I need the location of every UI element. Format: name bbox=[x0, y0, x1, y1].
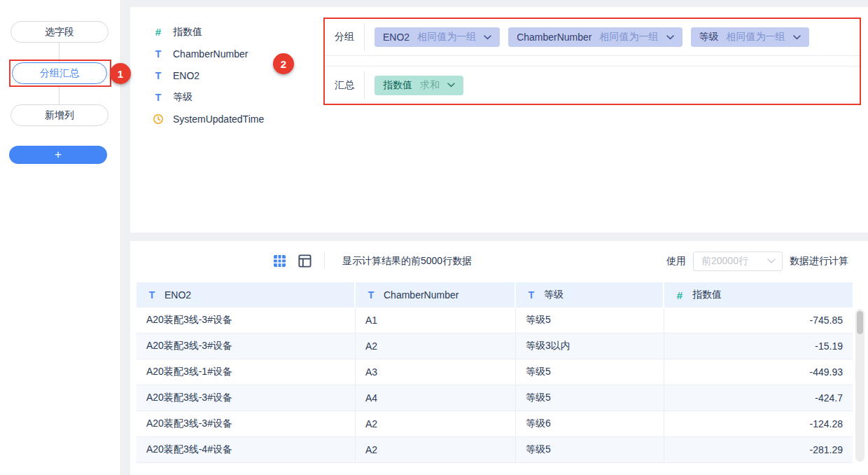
column-header-level[interactable]: T 等级 bbox=[516, 282, 664, 308]
result-table: T ENO2 T ChamberNumber T 等级 # 指数值 A20装配3… bbox=[136, 282, 853, 463]
step-connector bbox=[59, 87, 59, 104]
result-rows-info: 显示计算结果的前5000行数据 bbox=[342, 255, 472, 268]
table-row: A20装配3线-1#设备 A3 等级5 -449.93 bbox=[136, 359, 853, 385]
cell-chambernumber: A2 bbox=[356, 411, 516, 437]
column-header-index-value[interactable]: # 指数值 bbox=[664, 282, 853, 308]
chevron-down-icon bbox=[767, 259, 776, 264]
field-name: 指数值 bbox=[173, 26, 202, 39]
result-panel: 显示计算结果的前5000行数据 使用 前20000行 数据进行计算 T ENO2… bbox=[130, 241, 868, 475]
tag-rule: 相同值为一组 bbox=[600, 31, 659, 43]
sidebar-item-group-summary[interactable]: 分组汇总 bbox=[12, 62, 107, 84]
cell-eno2: A20装配3线-4#设备 bbox=[136, 437, 356, 463]
text-field-icon: T bbox=[153, 48, 164, 60]
cell-index-value: -15.19 bbox=[664, 333, 853, 359]
cell-chambernumber: A4 bbox=[356, 385, 516, 411]
tag-rule: 相同值为一组 bbox=[727, 31, 785, 43]
table-toolbar: 显示计算结果的前5000行数据 使用 前20000行 数据进行计算 bbox=[130, 249, 868, 275]
text-field-icon: T bbox=[365, 289, 377, 301]
tag-field-name: 指数值 bbox=[383, 79, 412, 92]
column-header-eno2[interactable]: T ENO2 bbox=[136, 282, 356, 308]
page: 选字段 分组汇总 新增列 + # 指数值 T ChamberNumber T bbox=[0, 0, 868, 475]
cell-level: 等级5 bbox=[516, 308, 664, 333]
table-scrollbar[interactable] bbox=[855, 309, 864, 462]
grid-view-icon[interactable] bbox=[272, 253, 287, 268]
column-label: 指数值 bbox=[692, 289, 722, 301]
sidebar-item-label: 分组汇总 bbox=[40, 67, 79, 80]
cell-index-value: -281.29 bbox=[664, 437, 853, 463]
number-field-icon: # bbox=[674, 289, 685, 301]
group-by-label: 分组 bbox=[323, 31, 364, 43]
cell-eno2: A20装配3线-3#设备 bbox=[136, 333, 356, 359]
cell-index-value: -124.28 bbox=[664, 411, 853, 437]
group-config-panel: # 指数值 T ChamberNumber T ENO2 T 等级 System… bbox=[130, 7, 868, 233]
sidebar-item-select-fields[interactable]: 选字段 bbox=[10, 21, 108, 43]
chevron-down-icon bbox=[666, 35, 674, 40]
use-suffix-label: 数据进行计算 bbox=[790, 255, 848, 268]
tag-field-name: 等级 bbox=[699, 31, 719, 43]
field-item-chambernumber[interactable]: T ChamberNumber bbox=[153, 43, 264, 64]
cell-level: 等级5 bbox=[516, 385, 664, 411]
field-item-level[interactable]: T 等级 bbox=[153, 86, 264, 108]
column-header-chambernumber[interactable]: T ChamberNumber bbox=[356, 282, 516, 308]
scrollbar-thumb[interactable] bbox=[857, 311, 863, 334]
divider bbox=[364, 23, 365, 51]
field-name: SystemUpdatedTime bbox=[173, 113, 264, 125]
sidebar-item-label: 新增列 bbox=[45, 109, 74, 122]
text-field-icon: T bbox=[153, 70, 164, 81]
layout-view-icon[interactable] bbox=[297, 253, 312, 268]
field-item-systemupdatedtime[interactable]: SystemUpdatedTime bbox=[153, 108, 264, 130]
clock-icon bbox=[153, 113, 164, 125]
table-row: A20装配3线-4#设备 A2 等级5 -281.29 bbox=[136, 437, 853, 463]
chevron-down-icon bbox=[484, 35, 491, 40]
divider bbox=[364, 71, 365, 99]
cell-index-value: -745.85 bbox=[664, 308, 853, 333]
summary-tags: 指数值 求和 bbox=[374, 76, 463, 95]
table-row: A20装配3线-3#设备 A1 等级5 -745.85 bbox=[136, 308, 853, 333]
cell-level: 等级6 bbox=[516, 411, 664, 437]
cell-eno2: A20装配3线-3#设备 bbox=[136, 385, 356, 411]
plus-icon: + bbox=[55, 146, 62, 163]
field-name: ChamberNumber bbox=[173, 48, 248, 60]
tag-rule: 相同值为一组 bbox=[417, 31, 476, 43]
rows-limit-value: 前20000行 bbox=[701, 255, 748, 268]
field-name: ENO2 bbox=[173, 70, 200, 81]
summary-tag-index-value[interactable]: 指数值 求和 bbox=[374, 76, 463, 95]
cell-level: 等级5 bbox=[516, 359, 664, 385]
field-item-index-value[interactable]: # 指数值 bbox=[153, 21, 264, 43]
cell-eno2: A20装配3线-3#设备 bbox=[136, 411, 356, 437]
table-header-row: T ENO2 T ChamberNumber T 等级 # 指数值 bbox=[136, 282, 853, 308]
summary-label: 汇总 bbox=[323, 79, 364, 92]
text-field-icon: T bbox=[526, 289, 537, 301]
table-row: A20装配3线-3#设备 A2 等级6 -124.28 bbox=[136, 411, 853, 437]
cell-level: 等级3以内 bbox=[516, 333, 664, 359]
add-step-button[interactable]: + bbox=[9, 146, 107, 164]
group-tags: ENO2 相同值为一组 ChamberNumber 相同值为一组 等级 相同值为… bbox=[374, 27, 809, 47]
cell-index-value: -449.93 bbox=[664, 359, 853, 385]
text-field-icon: T bbox=[146, 289, 158, 301]
field-item-eno2[interactable]: T ENO2 bbox=[153, 64, 264, 86]
chevron-down-icon bbox=[447, 83, 455, 88]
sidebar-item-label: 选字段 bbox=[45, 26, 74, 39]
group-tag-level[interactable]: 等级 相同值为一组 bbox=[691, 27, 809, 47]
divider bbox=[324, 252, 325, 269]
cell-eno2: A20装配3线-1#设备 bbox=[136, 359, 356, 385]
sidebar-item-new-column[interactable]: 新增列 bbox=[10, 104, 108, 126]
rows-limit-select[interactable]: 前20000行 bbox=[693, 252, 783, 271]
step-connector bbox=[59, 43, 59, 62]
group-by-row: 分组 ENO2 相同值为一组 ChamberNumber 相同值为一组 等级 相… bbox=[323, 19, 861, 56]
compute-rows-control: 使用 前20000行 数据进行计算 bbox=[666, 252, 848, 271]
cell-eno2: A20装配3线-3#设备 bbox=[136, 308, 356, 333]
column-label: ENO2 bbox=[164, 289, 191, 301]
step-sidebar: 选字段 分组汇总 新增列 + bbox=[0, 0, 121, 475]
chevron-down-icon bbox=[793, 35, 801, 40]
summary-row: 汇总 指数值 求和 bbox=[323, 66, 861, 104]
cell-chambernumber: A1 bbox=[356, 308, 516, 333]
table-row: A20装配3线-3#设备 A4 等级5 -424.7 bbox=[136, 385, 853, 411]
group-tag-chambernumber[interactable]: ChamberNumber 相同值为一组 bbox=[508, 27, 682, 47]
cell-level: 等级5 bbox=[516, 437, 664, 463]
group-tag-eno2[interactable]: ENO2 相同值为一组 bbox=[374, 27, 500, 47]
tag-rule: 求和 bbox=[420, 79, 440, 92]
field-list: # 指数值 T ChamberNumber T ENO2 T 等级 System… bbox=[153, 21, 264, 130]
cell-chambernumber: A3 bbox=[356, 359, 516, 385]
cell-chambernumber: A2 bbox=[356, 333, 516, 359]
